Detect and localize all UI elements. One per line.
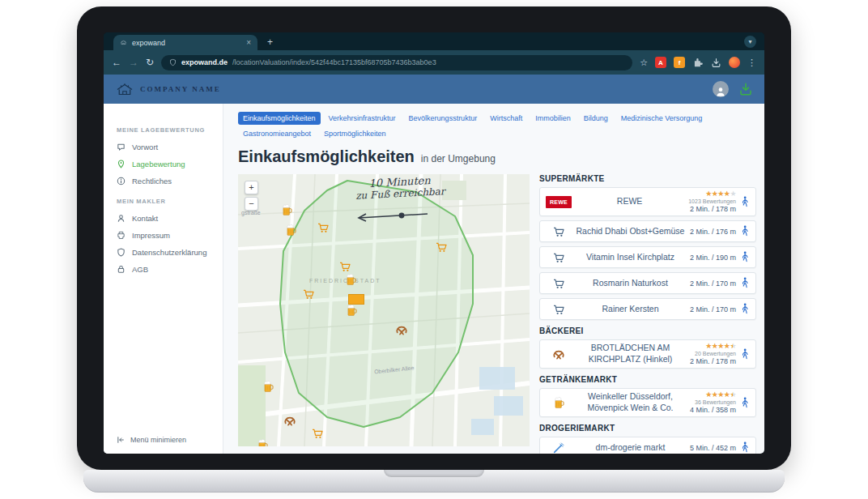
tab-favicon-icon (120, 39, 127, 46)
poi-name: Weinkeller Düsseldorf, Mövenpick Wein & … (576, 391, 685, 413)
sidebar-item-rechtliches[interactable]: Rechtliches (104, 173, 223, 190)
pretzel-icon (547, 348, 571, 360)
sidebar-item-kontakt[interactable]: Kontakt (104, 210, 223, 227)
walking-icon (741, 251, 749, 263)
distance: 2 Min. / 170 m (690, 279, 736, 288)
extensions-puzzle-icon[interactable] (692, 57, 704, 68)
poi-row-bakery[interactable]: BROTLÄDCHEN AM KIRCHPLATZ (Hinkel) ★★★★★… (539, 339, 756, 369)
sidebar-item-datenschutz[interactable]: Datenschutzerklärung (104, 244, 223, 261)
browser-profile-avatar[interactable] (729, 57, 740, 68)
company-logo[interactable]: COMPANY NAME (115, 83, 221, 96)
tab-bildung[interactable]: Bildung (579, 112, 613, 125)
site-info-icon[interactable] (169, 58, 177, 66)
browser-tab[interactable]: expowand × (113, 35, 257, 50)
poi-row-rewe[interactable]: REWE REWE ★★★★★★★★★★ 1023 Bewertungen 2 … (539, 187, 756, 216)
downloads-icon[interactable] (711, 58, 721, 68)
map-marker-beer-icon[interactable] (284, 224, 297, 237)
section-title-drogeriemarkt: DROGERIEMARKT (539, 424, 756, 433)
poi-row[interactable]: Rosmarin Naturkost 2 Min. / 170 m (539, 272, 756, 294)
tab-title: expowand (132, 39, 241, 47)
rewe-logo: REWE (546, 196, 572, 208)
map-marker-beer-icon[interactable] (256, 438, 269, 446)
walking-icon (741, 397, 749, 409)
map-marker-pretzel-icon[interactable] (283, 414, 296, 427)
sidebar-item-impressum[interactable]: Impressum (104, 227, 223, 244)
tab-list-chevron-icon[interactable]: ▾ (744, 36, 756, 48)
rating-stars: ★★★★★★★★★★ (705, 190, 736, 198)
sidebar-item-label: Kontakt (132, 214, 158, 223)
zoom-out-button[interactable]: − (245, 197, 258, 211)
map-marker-cart-icon[interactable] (317, 221, 330, 234)
house-logo-icon (115, 83, 134, 96)
zoom-in-button[interactable]: + (245, 181, 258, 194)
cart-icon (547, 277, 571, 290)
sidebar-item-agb[interactable]: AGB (104, 261, 223, 278)
tab-immobilien[interactable]: Immobilien (530, 112, 576, 125)
sidebar-item-lagebewertung[interactable]: Lagebewertung (104, 156, 223, 173)
collapse-icon (117, 436, 125, 444)
map-marker-cart-icon[interactable] (338, 260, 351, 273)
poi-row[interactable]: Vitamin Insel Kirchplatz 2 Min. / 190 m (539, 246, 756, 268)
poi-row-drugstore[interactable]: dm-drogerie markt 5 Min. / 452 m (539, 437, 756, 454)
sidebar-item-vorwort[interactable]: Vorwort (104, 139, 223, 156)
reload-button[interactable]: ↻ (146, 58, 154, 67)
new-tab-button[interactable]: + (267, 36, 273, 48)
user-avatar[interactable] (713, 81, 729, 97)
address-bar[interactable]: expowand.de /locationValuation/index/542… (161, 55, 632, 70)
tab-gastronomieangebot[interactable]: Gastronomieangebot (238, 127, 316, 140)
main-content: Einkaufsmöglichkeiten Verkehrsinfrastruk… (223, 104, 764, 454)
app-header: COMPANY NAME (104, 75, 764, 104)
page-title-main: Einkaufsmöglichkeiten (238, 147, 415, 166)
poi-row[interactable]: Rainer Kersten 2 Min. / 170 m (539, 298, 756, 320)
company-name: COMPANY NAME (140, 85, 221, 93)
tab-medizinische-versorgung[interactable]: Medizinische Versorgung (616, 112, 708, 125)
beer-mug-icon (547, 396, 571, 409)
poi-row-drinks[interactable]: Weinkeller Düsseldorf, Mövenpick Wein & … (539, 388, 756, 417)
street-label-partial: gstraße (241, 210, 261, 215)
poi-row[interactable]: Rachid Dhabi Obst+Gemüse 2 Min. / 176 m (539, 220, 756, 242)
walking-icon (741, 196, 749, 208)
poi-name: Rainer Kersten (576, 304, 685, 315)
sidebar-item-label: Rechtliches (132, 177, 172, 186)
tab-close-icon[interactable]: × (246, 38, 251, 47)
map-marker-beer-icon[interactable] (262, 380, 274, 393)
forward-button[interactable]: → (129, 58, 138, 67)
distance: 2 Min. / 176 m (690, 228, 736, 236)
laptop-frame: expowand × + ▾ ← → ↻ expowand.de /locati… (77, 6, 791, 470)
speech-bubble-icon (117, 143, 126, 151)
map-marker-beer-icon[interactable] (344, 273, 357, 286)
download-report-icon[interactable] (738, 82, 753, 96)
walking-icon (741, 225, 749, 237)
walking-icon (741, 303, 749, 315)
sidebar-section-my-valuation: MEINE LAGEBEWERTUNG (117, 126, 223, 134)
tab-verkehrsinfrastruktur[interactable]: Verkehrsinfrastruktur (324, 112, 401, 125)
map-marker-pretzel-icon[interactable] (395, 323, 408, 336)
section-title-supermaerkte: SUPERMÄRKTE (539, 174, 756, 183)
distance: 2 Min. / 178 m (690, 205, 736, 213)
laptop-base-notch (384, 470, 484, 477)
minimize-menu-button[interactable]: Menü minimieren (117, 436, 186, 444)
map-marker-cart-icon[interactable] (302, 288, 315, 301)
map[interactable]: + − 10 Minuten zu Fuß erreichbar (238, 174, 530, 446)
map-marker-cart-icon[interactable] (435, 241, 448, 254)
tab-bevoelkerungsstruktur[interactable]: Bevölkerungsstruktur (404, 112, 483, 125)
category-tabs-row2: Gastronomieangebot Sportmöglichkeiten (238, 127, 756, 140)
browser-menu-icon[interactable]: ⋮ (747, 58, 756, 68)
category-tabs-row1: Einkaufsmöglichkeiten Verkehrsinfrastruk… (238, 112, 756, 125)
review-count: 36 Bewertungen (695, 399, 736, 405)
tab-wirtschaft[interactable]: Wirtschaft (485, 112, 527, 125)
tab-sportmoeglichkeiten[interactable]: Sportmöglichkeiten (319, 127, 391, 140)
laptop-base (83, 470, 785, 493)
bookmark-star-icon[interactable]: ☆ (640, 58, 648, 68)
distance: 2 Min. / 170 m (690, 305, 736, 313)
map-marker-beer-icon[interactable] (345, 304, 358, 317)
pdf-extension-icon[interactable]: A (655, 57, 666, 68)
back-button[interactable]: ← (112, 58, 121, 67)
map-marker-cart-icon[interactable] (311, 427, 324, 440)
map-marker-beer-icon[interactable] (280, 203, 293, 216)
f-extension-icon[interactable]: f (674, 57, 685, 68)
page-title: Einkaufsmöglichkeiten in der Umgebung (238, 147, 756, 166)
tab-einkaufsmoeglichkeiten[interactable]: Einkaufsmöglichkeiten (238, 112, 321, 125)
cart-icon (547, 225, 571, 238)
review-count: 20 Bewertungen (695, 351, 736, 356)
